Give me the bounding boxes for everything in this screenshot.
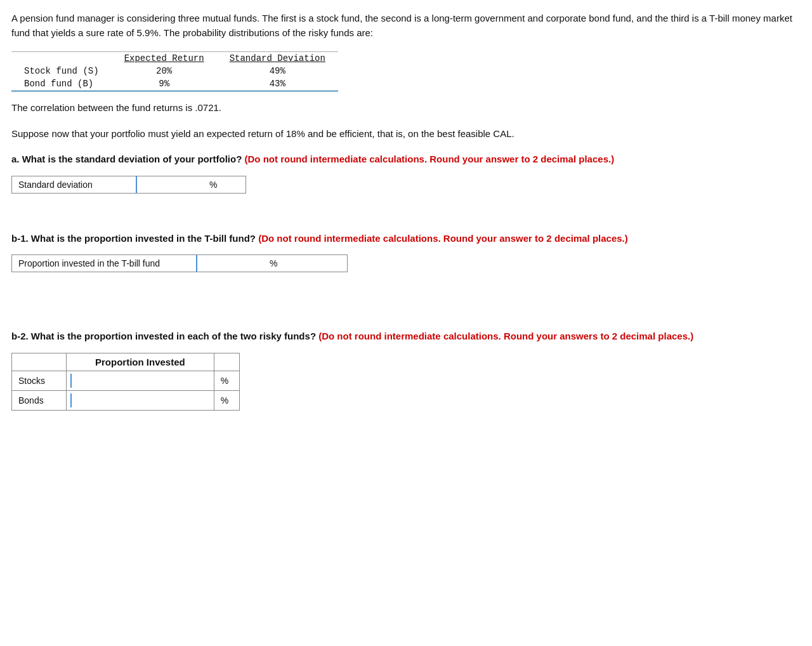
stocks-unit: % — [218, 376, 228, 386]
question-b1-emphasis: (Do not round intermediate calculations.… — [256, 233, 628, 244]
std-dev-unit: % — [206, 176, 221, 193]
correlation-text: The correlation between the fund returns… — [11, 101, 801, 115]
tbill-proportion-label: Proportion invested in the T-bill fund — [12, 255, 196, 272]
col-header-name — [11, 52, 112, 65]
bonds-unit-cell: % — [214, 390, 239, 410]
question-b2-emphasis: (Do not round intermediate calculations.… — [316, 331, 693, 341]
question-b1-bold: b-1. — [11, 233, 29, 244]
question-b1-label: b-1. What is the proportion invested in … — [11, 232, 801, 246]
question-b2-label: b-2. What is the proportion invested in … — [11, 329, 801, 344]
stock-fund-name: Stock fund (S) — [11, 65, 112, 77]
question-b2-text: What is the proportion invested in each … — [29, 331, 316, 341]
bond-fund-name: Bond fund (B) — [11, 77, 112, 91]
question-a-emphasis: (Do not round intermediate calculations.… — [242, 154, 614, 164]
question-a-label: a. What is the standard deviation of you… — [11, 152, 801, 167]
col-header-expected-return: Expected Return — [112, 52, 217, 65]
std-dev-label: Standard deviation — [12, 176, 136, 193]
stocks-input-cell — [66, 371, 214, 390]
std-dev-input-row: Standard deviation % — [11, 176, 246, 194]
bond-fund-return: 9% — [112, 77, 217, 91]
bonds-row: Bonds % — [12, 390, 240, 410]
fund-table: Expected Return Standard Deviation Stock… — [11, 51, 338, 92]
question-b1-block: b-1. What is the proportion invested in … — [11, 232, 801, 273]
bond-fund-std: 43% — [217, 77, 338, 91]
suppose-text: Suppose now that your portfolio must yie… — [11, 127, 801, 142]
bonds-input-cell — [66, 390, 214, 410]
question-a-block: a. What is the standard deviation of you… — [11, 152, 801, 194]
stocks-row: Stocks % — [12, 371, 240, 390]
question-b2-block: b-2. What is the proportion invested in … — [11, 329, 801, 411]
question-b2-bold: b-2. — [11, 331, 29, 341]
stocks-unit-cell: % — [214, 371, 239, 390]
bonds-label: Bonds — [12, 390, 67, 410]
proportion-table: Proportion Invested Stocks % Bonds — [11, 353, 240, 411]
tbill-proportion-unit: % — [266, 255, 281, 272]
table-row: Stock fund (S) 20% 49% — [11, 65, 338, 77]
proportion-table-unit-header — [214, 353, 239, 371]
stocks-proportion-input[interactable] — [70, 374, 140, 388]
stock-fund-std: 49% — [217, 65, 338, 77]
intro-text: A pension fund manager is considering th… — [11, 11, 801, 40]
col-header-std-dev: Standard Deviation — [217, 52, 338, 65]
stocks-label: Stocks — [12, 371, 67, 390]
proportion-table-empty-header — [12, 353, 67, 371]
question-b1-text: What is the proportion invested in the T… — [29, 233, 256, 244]
tbill-proportion-input-row: Proportion invested in the T-bill fund % — [11, 254, 348, 272]
tbill-proportion-input[interactable] — [196, 255, 266, 272]
question-a-bold: a. — [11, 154, 20, 164]
table-row: Bond fund (B) 9% 43% — [11, 77, 338, 91]
stock-fund-return: 20% — [112, 65, 217, 77]
bonds-proportion-input[interactable] — [70, 393, 140, 407]
question-a-text: What is the standard deviation of your p… — [20, 154, 242, 164]
std-dev-input[interactable] — [136, 176, 206, 193]
bonds-unit: % — [218, 395, 228, 405]
proportion-invested-header: Proportion Invested — [66, 353, 214, 371]
